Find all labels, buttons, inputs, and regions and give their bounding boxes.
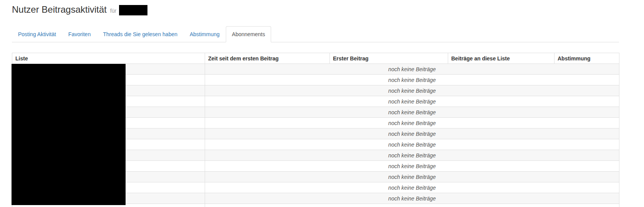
tab-abonnements[interactable]: Abonnements [226, 26, 271, 42]
posts-status-cell: noch keine Beiträge [205, 193, 619, 204]
posts-status-cell: noch keine Beiträge [205, 118, 619, 129]
column-header-liste: Liste [12, 53, 205, 64]
posts-status-cell [205, 204, 619, 207]
column-header-erster-beitrag: Erster Beitrag [330, 53, 448, 64]
posts-status-cell: noch keine Beiträge [205, 182, 619, 193]
tab-abonnements-link[interactable]: Abonnements [226, 26, 271, 42]
posts-status-cell: noch keine Beiträge [205, 107, 619, 118]
table-header-row: Liste Zeit seit dem ersten Beitrag Erste… [12, 53, 619, 64]
tab-threads-gelesen[interactable]: Threads die Sie gelesen haben [97, 26, 184, 42]
posts-status-cell: noch keine Beiträge [205, 96, 619, 107]
subscriptions-table-wrap: Liste Zeit seit dem ersten Beitrag Erste… [12, 53, 619, 207]
tab-favoriten[interactable]: Favoriten [62, 26, 97, 42]
posts-status-cell: noch keine Beiträge [205, 150, 619, 161]
column-header-zeit-seit-erstem-beitrag: Zeit seit dem ersten Beitrag [205, 53, 330, 64]
posts-status-cell: noch keine Beiträge [205, 85, 619, 96]
posts-status-cell: noch keine Beiträge [205, 64, 619, 75]
tab-posting-aktivitaet-link[interactable]: Posting Aktivität [12, 26, 62, 42]
username-redaction-box [119, 5, 147, 15]
tab-posting-aktivitaet[interactable]: Posting Aktivität [12, 26, 62, 42]
tab-abstimmung[interactable]: Abstimmung [184, 26, 226, 42]
page-title-for-label: für [110, 8, 116, 14]
list-names-redaction-box [12, 64, 126, 205]
posts-status-cell: noch keine Beiträge [205, 75, 619, 85]
tab-abstimmung-link[interactable]: Abstimmung [184, 26, 226, 42]
tab-bar: Posting Aktivität Favoriten Threads die … [12, 26, 619, 42]
column-header-abstimmung: Abstimmung [555, 53, 619, 64]
tab-favoriten-link[interactable]: Favoriten [62, 26, 97, 42]
posts-status-cell: noch keine Beiträge [205, 172, 619, 182]
posts-status-cell: noch keine Beiträge [205, 129, 619, 139]
posts-status-cell: noch keine Beiträge [205, 161, 619, 172]
page-container: Nutzer Beitragsaktivitätfür Posting Akti… [12, 3, 619, 207]
page-title-text: Nutzer Beitragsaktivität [12, 4, 107, 15]
tab-threads-gelesen-link[interactable]: Threads die Sie gelesen haben [97, 26, 184, 42]
posts-status-cell: noch keine Beiträge [205, 139, 619, 150]
page-title: Nutzer Beitragsaktivitätfür [12, 3, 619, 17]
column-header-beitraege-an-liste: Beiträge an diese Liste [448, 53, 555, 64]
